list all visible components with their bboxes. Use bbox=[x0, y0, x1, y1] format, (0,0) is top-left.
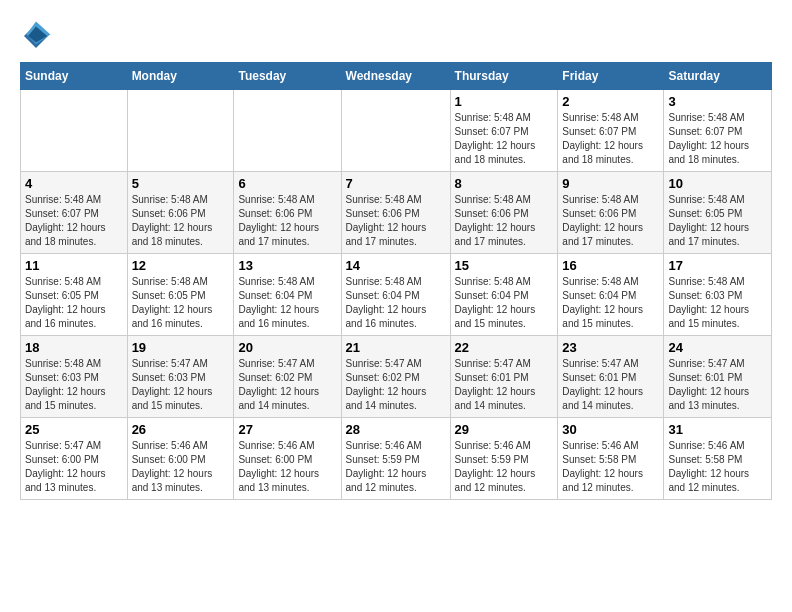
logo bbox=[20, 20, 58, 52]
day-header-thursday: Thursday bbox=[450, 63, 558, 90]
calendar-cell: 11Sunrise: 5:48 AM Sunset: 6:05 PM Dayli… bbox=[21, 254, 128, 336]
day-info: Sunrise: 5:47 AM Sunset: 6:03 PM Dayligh… bbox=[132, 357, 230, 413]
day-info: Sunrise: 5:48 AM Sunset: 6:07 PM Dayligh… bbox=[562, 111, 659, 167]
day-number: 28 bbox=[346, 422, 446, 437]
day-number: 16 bbox=[562, 258, 659, 273]
day-info: Sunrise: 5:48 AM Sunset: 6:03 PM Dayligh… bbox=[25, 357, 123, 413]
day-number: 22 bbox=[455, 340, 554, 355]
page-header bbox=[20, 20, 772, 52]
calendar-week-row: 4Sunrise: 5:48 AM Sunset: 6:07 PM Daylig… bbox=[21, 172, 772, 254]
day-info: Sunrise: 5:48 AM Sunset: 6:06 PM Dayligh… bbox=[238, 193, 336, 249]
day-info: Sunrise: 5:48 AM Sunset: 6:04 PM Dayligh… bbox=[346, 275, 446, 331]
calendar-cell: 20Sunrise: 5:47 AM Sunset: 6:02 PM Dayli… bbox=[234, 336, 341, 418]
calendar-week-row: 11Sunrise: 5:48 AM Sunset: 6:05 PM Dayli… bbox=[21, 254, 772, 336]
day-header-tuesday: Tuesday bbox=[234, 63, 341, 90]
calendar-cell: 21Sunrise: 5:47 AM Sunset: 6:02 PM Dayli… bbox=[341, 336, 450, 418]
calendar-week-row: 18Sunrise: 5:48 AM Sunset: 6:03 PM Dayli… bbox=[21, 336, 772, 418]
calendar-cell: 31Sunrise: 5:46 AM Sunset: 5:58 PM Dayli… bbox=[664, 418, 772, 500]
day-info: Sunrise: 5:47 AM Sunset: 6:01 PM Dayligh… bbox=[455, 357, 554, 413]
day-info: Sunrise: 5:48 AM Sunset: 6:07 PM Dayligh… bbox=[668, 111, 767, 167]
day-info: Sunrise: 5:47 AM Sunset: 6:00 PM Dayligh… bbox=[25, 439, 123, 495]
day-number: 18 bbox=[25, 340, 123, 355]
day-number: 21 bbox=[346, 340, 446, 355]
calendar-cell: 7Sunrise: 5:48 AM Sunset: 6:06 PM Daylig… bbox=[341, 172, 450, 254]
day-info: Sunrise: 5:48 AM Sunset: 6:05 PM Dayligh… bbox=[132, 275, 230, 331]
calendar-cell: 29Sunrise: 5:46 AM Sunset: 5:59 PM Dayli… bbox=[450, 418, 558, 500]
calendar-cell: 9Sunrise: 5:48 AM Sunset: 6:06 PM Daylig… bbox=[558, 172, 664, 254]
day-number: 23 bbox=[562, 340, 659, 355]
day-header-saturday: Saturday bbox=[664, 63, 772, 90]
logo-icon bbox=[20, 20, 52, 52]
calendar-cell: 23Sunrise: 5:47 AM Sunset: 6:01 PM Dayli… bbox=[558, 336, 664, 418]
day-number: 17 bbox=[668, 258, 767, 273]
calendar-cell: 18Sunrise: 5:48 AM Sunset: 6:03 PM Dayli… bbox=[21, 336, 128, 418]
day-number: 20 bbox=[238, 340, 336, 355]
day-number: 6 bbox=[238, 176, 336, 191]
day-number: 29 bbox=[455, 422, 554, 437]
day-info: Sunrise: 5:47 AM Sunset: 6:01 PM Dayligh… bbox=[562, 357, 659, 413]
day-info: Sunrise: 5:46 AM Sunset: 5:59 PM Dayligh… bbox=[455, 439, 554, 495]
calendar-header-row: SundayMondayTuesdayWednesdayThursdayFrid… bbox=[21, 63, 772, 90]
day-info: Sunrise: 5:48 AM Sunset: 6:04 PM Dayligh… bbox=[562, 275, 659, 331]
day-info: Sunrise: 5:48 AM Sunset: 6:05 PM Dayligh… bbox=[25, 275, 123, 331]
day-number: 31 bbox=[668, 422, 767, 437]
calendar-cell: 4Sunrise: 5:48 AM Sunset: 6:07 PM Daylig… bbox=[21, 172, 128, 254]
calendar-cell: 12Sunrise: 5:48 AM Sunset: 6:05 PM Dayli… bbox=[127, 254, 234, 336]
day-info: Sunrise: 5:48 AM Sunset: 6:03 PM Dayligh… bbox=[668, 275, 767, 331]
day-number: 7 bbox=[346, 176, 446, 191]
calendar-cell: 17Sunrise: 5:48 AM Sunset: 6:03 PM Dayli… bbox=[664, 254, 772, 336]
day-number: 1 bbox=[455, 94, 554, 109]
calendar-cell: 10Sunrise: 5:48 AM Sunset: 6:05 PM Dayli… bbox=[664, 172, 772, 254]
day-info: Sunrise: 5:47 AM Sunset: 6:02 PM Dayligh… bbox=[346, 357, 446, 413]
day-info: Sunrise: 5:46 AM Sunset: 6:00 PM Dayligh… bbox=[132, 439, 230, 495]
calendar-cell: 2Sunrise: 5:48 AM Sunset: 6:07 PM Daylig… bbox=[558, 90, 664, 172]
day-info: Sunrise: 5:46 AM Sunset: 5:59 PM Dayligh… bbox=[346, 439, 446, 495]
day-number: 9 bbox=[562, 176, 659, 191]
day-info: Sunrise: 5:47 AM Sunset: 6:02 PM Dayligh… bbox=[238, 357, 336, 413]
day-number: 30 bbox=[562, 422, 659, 437]
day-number: 5 bbox=[132, 176, 230, 191]
day-number: 11 bbox=[25, 258, 123, 273]
calendar-cell: 13Sunrise: 5:48 AM Sunset: 6:04 PM Dayli… bbox=[234, 254, 341, 336]
calendar-cell: 16Sunrise: 5:48 AM Sunset: 6:04 PM Dayli… bbox=[558, 254, 664, 336]
day-number: 13 bbox=[238, 258, 336, 273]
calendar-week-row: 1Sunrise: 5:48 AM Sunset: 6:07 PM Daylig… bbox=[21, 90, 772, 172]
calendar-cell bbox=[127, 90, 234, 172]
day-number: 19 bbox=[132, 340, 230, 355]
day-info: Sunrise: 5:47 AM Sunset: 6:01 PM Dayligh… bbox=[668, 357, 767, 413]
calendar-cell: 30Sunrise: 5:46 AM Sunset: 5:58 PM Dayli… bbox=[558, 418, 664, 500]
calendar-cell: 8Sunrise: 5:48 AM Sunset: 6:06 PM Daylig… bbox=[450, 172, 558, 254]
calendar-cell: 25Sunrise: 5:47 AM Sunset: 6:00 PM Dayli… bbox=[21, 418, 128, 500]
day-number: 25 bbox=[25, 422, 123, 437]
calendar-cell: 24Sunrise: 5:47 AM Sunset: 6:01 PM Dayli… bbox=[664, 336, 772, 418]
day-info: Sunrise: 5:48 AM Sunset: 6:06 PM Dayligh… bbox=[562, 193, 659, 249]
day-number: 2 bbox=[562, 94, 659, 109]
calendar-table: SundayMondayTuesdayWednesdayThursdayFrid… bbox=[20, 62, 772, 500]
day-number: 26 bbox=[132, 422, 230, 437]
calendar-cell: 15Sunrise: 5:48 AM Sunset: 6:04 PM Dayli… bbox=[450, 254, 558, 336]
day-number: 3 bbox=[668, 94, 767, 109]
calendar-cell: 19Sunrise: 5:47 AM Sunset: 6:03 PM Dayli… bbox=[127, 336, 234, 418]
day-number: 8 bbox=[455, 176, 554, 191]
calendar-cell bbox=[341, 90, 450, 172]
day-header-wednesday: Wednesday bbox=[341, 63, 450, 90]
day-header-friday: Friday bbox=[558, 63, 664, 90]
day-info: Sunrise: 5:46 AM Sunset: 5:58 PM Dayligh… bbox=[562, 439, 659, 495]
calendar-cell: 27Sunrise: 5:46 AM Sunset: 6:00 PM Dayli… bbox=[234, 418, 341, 500]
day-info: Sunrise: 5:46 AM Sunset: 5:58 PM Dayligh… bbox=[668, 439, 767, 495]
calendar-cell: 5Sunrise: 5:48 AM Sunset: 6:06 PM Daylig… bbox=[127, 172, 234, 254]
day-info: Sunrise: 5:48 AM Sunset: 6:06 PM Dayligh… bbox=[132, 193, 230, 249]
day-number: 15 bbox=[455, 258, 554, 273]
calendar-cell: 1Sunrise: 5:48 AM Sunset: 6:07 PM Daylig… bbox=[450, 90, 558, 172]
calendar-cell bbox=[234, 90, 341, 172]
day-info: Sunrise: 5:48 AM Sunset: 6:06 PM Dayligh… bbox=[455, 193, 554, 249]
day-number: 14 bbox=[346, 258, 446, 273]
day-number: 4 bbox=[25, 176, 123, 191]
day-number: 27 bbox=[238, 422, 336, 437]
day-info: Sunrise: 5:48 AM Sunset: 6:04 PM Dayligh… bbox=[238, 275, 336, 331]
day-info: Sunrise: 5:48 AM Sunset: 6:06 PM Dayligh… bbox=[346, 193, 446, 249]
calendar-cell: 26Sunrise: 5:46 AM Sunset: 6:00 PM Dayli… bbox=[127, 418, 234, 500]
day-info: Sunrise: 5:48 AM Sunset: 6:07 PM Dayligh… bbox=[25, 193, 123, 249]
calendar-week-row: 25Sunrise: 5:47 AM Sunset: 6:00 PM Dayli… bbox=[21, 418, 772, 500]
calendar-cell: 22Sunrise: 5:47 AM Sunset: 6:01 PM Dayli… bbox=[450, 336, 558, 418]
